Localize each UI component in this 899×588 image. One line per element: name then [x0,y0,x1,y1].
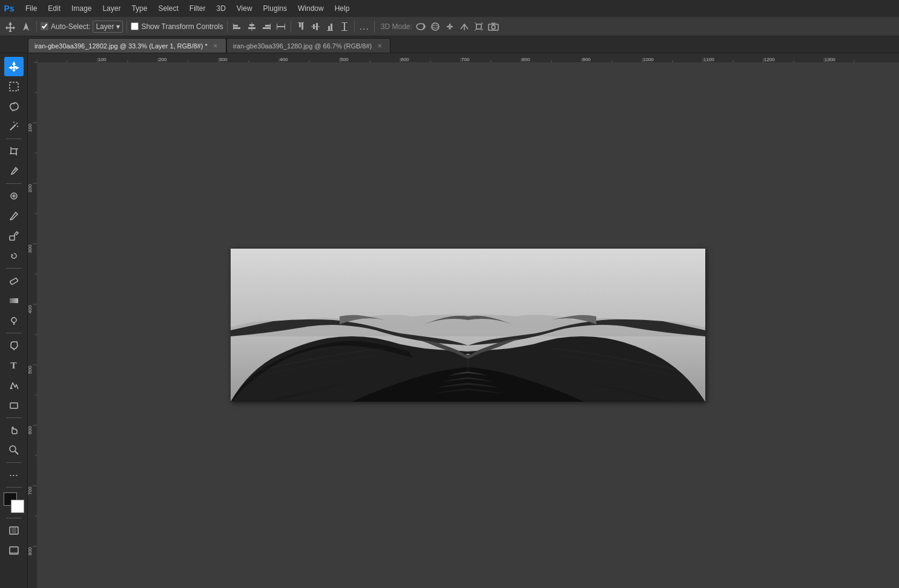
menu-view[interactable]: View [232,2,257,15]
tool-lasso[interactable] [4,97,24,116]
options-separator-1 [36,21,37,33]
options-separator-5 [354,21,355,33]
svg-rect-2 [233,24,234,30]
3d-scale-icon[interactable] [473,21,485,33]
tool-history-brush[interactable] [4,246,24,266]
tool-dodge[interactable] [4,311,24,330]
align-bottom-edges-icon[interactable] [324,21,336,33]
svg-text:800: 800 [28,547,33,555]
svg-text:300: 300 [219,57,228,62]
svg-line-45 [16,123,18,124]
align-vertical-centers-icon[interactable] [309,21,321,33]
3d-mode-label: 3D Mode: [381,22,412,31]
tool-shape[interactable] [4,396,24,415]
tool-clone-stamp[interactable] [4,226,24,246]
tool-spot-healing[interactable] [4,186,24,206]
svg-text:300: 300 [28,244,33,253]
canvas-area[interactable]: 100 200 300 400 500 600 700 800 900 1000… [28,53,899,588]
3d-pan-icon[interactable] [444,21,456,33]
more-options-icon[interactable]: ... [358,21,370,33]
menu-edit[interactable]: Edit [43,2,65,15]
svg-text:400: 400 [28,305,33,313]
svg-marker-29 [447,25,449,28]
svg-rect-113 [28,53,37,588]
3d-orbit-icon[interactable] [429,21,441,33]
align-full-height-icon[interactable] [338,21,351,33]
tool-magic-wand[interactable] [4,117,24,136]
3d-rotate-icon[interactable] [415,21,427,33]
tool-colors[interactable] [4,492,24,513]
tool-separator-8 [6,518,22,518]
background-color[interactable] [11,500,24,513]
3d-slide-icon[interactable] [458,21,470,33]
tool-brush[interactable] [4,206,24,226]
layer-dropdown[interactable]: Layer ▾ [93,21,123,33]
3d-camera-icon[interactable] [487,21,499,33]
menu-window[interactable]: Window [293,2,329,15]
svg-line-66 [15,451,18,454]
tool-gradient[interactable] [4,291,24,310]
tool-separator-7 [6,487,22,488]
align-right-edges-icon[interactable] [260,21,272,33]
tab-active-title: iran-gbe30aa396_12802.jpg @ 33.3% (Layer… [35,42,208,50]
align-full-width-icon[interactable] [275,21,287,33]
tab-inactive[interactable]: iran-gbe30aa396_1280.jpg @ 66.7% (RGB/8#… [226,38,391,53]
tool-move[interactable] [4,57,24,76]
tool-crop[interactable] [4,142,24,161]
tool-path-selection[interactable] [4,376,24,395]
svg-rect-14 [298,22,304,23]
svg-rect-23 [344,22,345,31]
svg-rect-59 [10,298,18,303]
auto-select-checkbox[interactable] [41,22,48,30]
align-top-edges-icon[interactable] [295,21,307,33]
tool-type[interactable]: T [4,356,24,375]
tab-active[interactable]: iran-gbe30aa396_12802.jpg @ 33.3% (Layer… [28,38,226,53]
move-tool-options-arrow-icon[interactable] [19,20,33,33]
tool-quick-mask[interactable] [4,521,24,540]
menu-select[interactable]: Select [153,2,183,15]
tool-more[interactable]: ··· [4,465,24,485]
move-tool-options-icon[interactable] [4,20,17,33]
svg-text:600: 600 [28,426,33,434]
tool-zoom[interactable] [4,440,24,460]
svg-text:200: 200 [159,57,167,62]
tool-marquee[interactable] [4,77,24,96]
menu-help[interactable]: Help [330,2,355,15]
canvas-document[interactable] [231,249,705,402]
svg-rect-17 [311,26,320,27]
menu-plugins[interactable]: Plugins [259,2,292,15]
svg-marker-0 [5,22,15,32]
svg-rect-21 [328,26,330,30]
svg-rect-19 [316,23,318,30]
tool-hand[interactable] [4,420,24,440]
svg-point-65 [10,446,16,452]
menu-3d[interactable]: 3D [211,2,230,15]
tool-eraser[interactable] [4,271,24,290]
menu-filter[interactable]: Filter [185,2,211,15]
svg-rect-5 [251,22,252,31]
show-transform-checkbox[interactable] [131,22,139,30]
tool-screen-mode[interactable] [4,541,24,560]
show-transform-label: Show Transform Controls [141,22,223,31]
align-left-edges-icon[interactable] [231,21,243,33]
menu-layer[interactable]: Layer [97,2,125,15]
svg-text:500: 500 [28,365,33,374]
auto-select-row: Auto-Select: Layer ▾ [41,21,123,33]
tool-pen[interactable] [4,336,24,355]
tab-inactive-close[interactable]: × [375,42,384,50]
svg-rect-42 [10,82,18,91]
align-horizontal-centers-icon[interactable] [246,21,258,33]
svg-text:800: 800 [522,57,530,62]
svg-rect-24 [341,22,347,23]
show-transform-row: Show Transform Controls [131,22,223,31]
svg-line-36 [475,29,476,31]
menu-type[interactable]: Type [127,2,152,15]
tab-active-close[interactable]: × [211,42,220,50]
svg-text:1300: 1300 [825,57,835,62]
svg-rect-11 [277,26,285,27]
tool-eyedropper[interactable] [4,162,24,181]
svg-text:500: 500 [340,57,349,62]
menu-file[interactable]: File [21,2,42,15]
menu-image[interactable]: Image [67,2,96,15]
svg-rect-33 [476,24,481,29]
